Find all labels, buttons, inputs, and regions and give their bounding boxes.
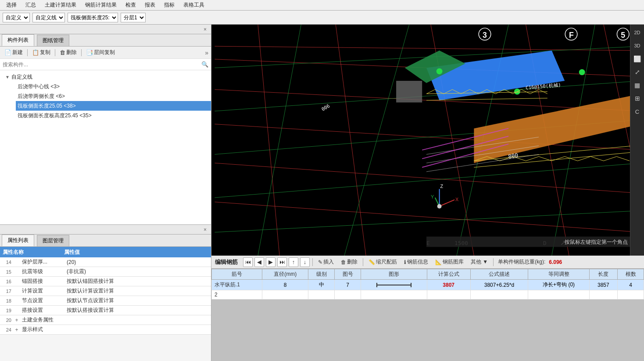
nav-up[interactable]: ↑ bbox=[289, 257, 298, 267]
tree-root: ▼ 自定义线 后浇带中心线 <3> 后浇带两侧长度 <6> 筏板侧面长度25.0… bbox=[0, 72, 211, 120]
btn-scale-rebar[interactable]: 📏 缩尺配筋 bbox=[366, 257, 400, 267]
properties-panel: × 属性列表 图层管理 属性名称 属性值 14 保护层厚... (20) bbox=[0, 225, 211, 361]
btn-expand-view[interactable]: ⤢ bbox=[631, 66, 644, 78]
cell-diameter: 8 bbox=[262, 280, 308, 290]
viewport-canvas: Z X Y 3 F 5 800 C16@150(机械) 006 E 150 bbox=[211, 25, 644, 256]
btn-floor-copy[interactable]: 📑 层间复制 bbox=[84, 48, 117, 57]
tree-children: 后浇带中心线 <3> 后浇带两侧长度 <6> 筏板侧面长度25.05 <38> … bbox=[4, 82, 211, 120]
prop-table: 14 保护层厚... (20) 15 抗震等级 (非抗震) 16 锚固搭接 按默… bbox=[0, 257, 211, 361]
prop-name: 保护层厚... bbox=[20, 258, 64, 266]
btn-2d[interactable]: 2D bbox=[631, 26, 644, 39]
btn-copy[interactable]: 📋 复制 bbox=[30, 48, 52, 57]
cell-empty bbox=[361, 290, 427, 300]
cell-empty bbox=[427, 290, 470, 300]
rebar-sep2 bbox=[363, 258, 363, 266]
cube-icon: ⬜ bbox=[633, 55, 641, 62]
col-shape: 图形 bbox=[361, 269, 427, 280]
rebar-toolbar: 编辑钢筋 ⏮ ◀ ▶ ⏭ ↑ ↓ ✎ 插入 🗑 删除 📏 bbox=[211, 256, 644, 269]
grid-icon: ⊞ bbox=[635, 95, 640, 102]
nav-last[interactable]: ⏭ bbox=[277, 257, 287, 267]
dropdown-layer[interactable]: 分层1 bbox=[121, 13, 146, 22]
tree-item-3[interactable]: 筏板侧面长度板高度25.45 <35> bbox=[16, 111, 211, 120]
cell-count: 4 bbox=[618, 280, 644, 290]
menu-check[interactable]: 检查 bbox=[121, 0, 140, 10]
prop-num: 15 bbox=[0, 269, 13, 274]
dropdown-custom-line[interactable]: 自定义线 bbox=[32, 13, 65, 22]
menu-report[interactable]: 报表 bbox=[140, 0, 160, 10]
prop-row-18[interactable]: 18 节点设置 按默认节点设置计算 bbox=[0, 296, 211, 306]
svg-line-6 bbox=[258, 25, 279, 256]
prop-expand[interactable]: + bbox=[13, 327, 20, 333]
btn-3d[interactable]: 3D bbox=[631, 40, 644, 52]
btn-rebar-delete[interactable]: 🗑 删除 bbox=[338, 257, 360, 267]
menu-select[interactable]: 选择 bbox=[2, 0, 21, 10]
component-panel-close[interactable]: × bbox=[201, 25, 209, 33]
tree-root-item[interactable]: ▼ 自定义线 bbox=[4, 72, 211, 82]
btn-c[interactable]: C bbox=[631, 105, 644, 118]
svg-line-16 bbox=[258, 25, 301, 256]
prop-row-17[interactable]: 17 计算设置 按默认计算设置计算 bbox=[0, 286, 211, 296]
tab-drawing-manage[interactable]: 图纸管理 bbox=[37, 35, 69, 46]
col-adj: 等同调整 bbox=[528, 269, 589, 280]
svg-text:Y: Y bbox=[431, 194, 434, 199]
tree-item-1[interactable]: 后浇带两侧长度 <6> bbox=[16, 91, 211, 101]
copy-icon: 📋 bbox=[32, 49, 39, 56]
btn-grid-view[interactable]: ⊞ bbox=[631, 92, 644, 105]
nav-next[interactable]: ▶ bbox=[266, 257, 275, 267]
btn-other[interactable]: 其他 ▼ bbox=[468, 257, 490, 267]
tree-item-2[interactable]: 筏板侧面长度25.05 <38> bbox=[16, 101, 211, 111]
menu-index[interactable]: 指标 bbox=[160, 0, 179, 10]
prop-row-15[interactable]: 15 抗震等级 (非抗震) bbox=[0, 267, 211, 277]
prop-row-20[interactable]: 20 + 土建业务属性 bbox=[0, 315, 211, 325]
tab-component-list[interactable]: 构件列表 bbox=[2, 34, 34, 46]
menu-table-tools[interactable]: 表格工具 bbox=[179, 0, 209, 10]
prop-name: 显示样式 bbox=[20, 326, 64, 333]
btn-cube[interactable]: ⬜ bbox=[631, 53, 644, 65]
prop-panel-header: × bbox=[0, 225, 211, 235]
tab-attr-list[interactable]: 属性列表 bbox=[2, 235, 34, 246]
menu-summary[interactable]: 汇总 bbox=[21, 0, 40, 10]
rebar-editor: 编辑钢筋 ⏮ ◀ ▶ ⏭ ↑ ↓ ✎ 插入 🗑 删除 📏 bbox=[211, 256, 644, 361]
tree-area: ▼ 自定义线 后浇带中心线 <3> 后浇带两侧长度 <6> 筏板侧面长度25.0… bbox=[0, 70, 211, 224]
btn-new[interactable]: 📄 新建 bbox=[3, 48, 25, 57]
rebar-sep3 bbox=[493, 258, 494, 266]
prop-panel-close[interactable]: × bbox=[201, 226, 209, 234]
tree-item-0[interactable]: 后浇带中心线 <3> bbox=[16, 82, 211, 91]
btn-rebar-info[interactable]: ℹ 钢筋信息 bbox=[401, 257, 431, 267]
nav-prev[interactable]: ◀ bbox=[254, 257, 264, 267]
prop-row-24[interactable]: 24 + 显示样式 bbox=[0, 325, 211, 335]
menu-civil-result[interactable]: 土建计算结果 bbox=[40, 0, 81, 10]
rebar-editor-title: 编辑钢筋 bbox=[215, 258, 238, 266]
nav-down[interactable]: ↓ bbox=[300, 257, 310, 267]
cell-grade: 中 bbox=[308, 280, 335, 290]
prop-expand[interactable]: + bbox=[13, 317, 20, 323]
cell-empty bbox=[589, 290, 617, 300]
dropdown-custom[interactable]: 自定义 bbox=[3, 13, 30, 22]
btn-layers-view[interactable]: ▦ bbox=[631, 79, 644, 91]
expand-btn[interactable]: » bbox=[205, 49, 208, 56]
menu-rebar-result[interactable]: 钢筋计算结果 bbox=[81, 0, 121, 10]
prop-row-14[interactable]: 14 保护层厚... (20) bbox=[0, 257, 211, 267]
table-row[interactable]: 水平纵筋.1 8 中 7 bbox=[212, 280, 644, 290]
search-input[interactable] bbox=[3, 61, 201, 68]
svg-text:X: X bbox=[455, 197, 458, 202]
nav-first[interactable]: ⏮ bbox=[243, 257, 253, 267]
cell-value: 3807 bbox=[427, 280, 470, 290]
btn-rebar-library[interactable]: 📐 钢筋图库 bbox=[433, 257, 466, 267]
prop-num: 18 bbox=[0, 298, 13, 303]
col-count: 根数 bbox=[618, 269, 644, 280]
svg-text:3: 3 bbox=[483, 31, 487, 40]
btn-delete[interactable]: 🗑 删除 bbox=[58, 48, 79, 57]
new-icon: 📄 bbox=[4, 49, 11, 56]
viewport-area[interactable]: Z X Y 3 F 5 800 C16@150(机械) 006 E 150 bbox=[211, 25, 644, 256]
table-row[interactable]: 2 bbox=[212, 290, 644, 300]
svg-marker-21 bbox=[474, 94, 640, 163]
side-toolbar: 2D 3D ⬜ ⤢ ▦ ⊞ C bbox=[630, 25, 644, 256]
btn-insert[interactable]: ✎ 插入 bbox=[315, 257, 336, 267]
cell-desc: 净长+弯钩 (0) bbox=[528, 280, 589, 290]
svg-point-26 bbox=[579, 69, 585, 75]
tab-layer-manage[interactable]: 图层管理 bbox=[37, 235, 69, 246]
prop-row-19[interactable]: 19 搭接设置 按默认搭接设置计算 bbox=[0, 306, 211, 315]
dropdown-slab-side[interactable]: 筏板侧面长度25: bbox=[68, 13, 118, 22]
prop-row-16[interactable]: 16 锚固搭接 按默认锚固搭接计算 bbox=[0, 277, 211, 286]
